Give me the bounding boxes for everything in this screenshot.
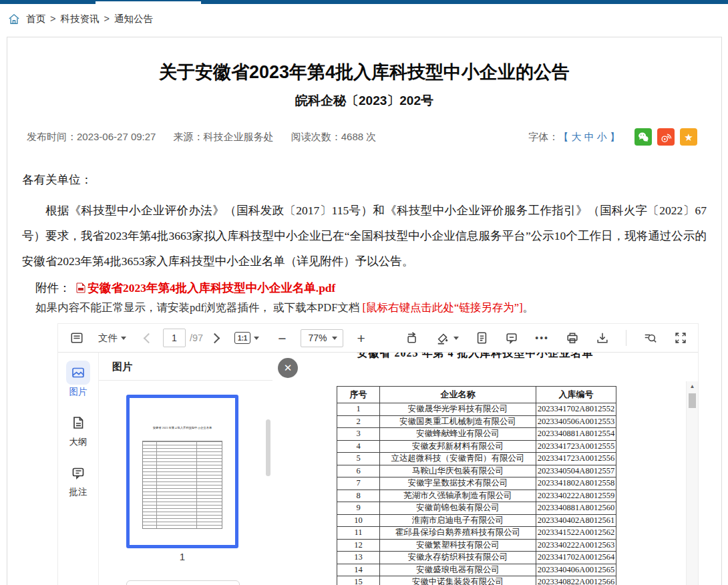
table-cell: 安徽繁塑科技有限公司 — [380, 539, 536, 552]
font-size-label: 字体： — [528, 131, 558, 144]
pdf-viewer-body: 图片 大纲 — [58, 353, 698, 585]
view-count: 阅读次数：4688 次 — [291, 131, 377, 142]
table-cell: 2023340504A8012557 — [536, 465, 616, 477]
table-cell: 2023340506A0012553 — [536, 415, 616, 428]
more-options-button[interactable]: ••• — [535, 333, 549, 343]
rotate-page-button[interactable] — [405, 331, 419, 345]
sidebar-tab-annotations[interactable]: 批注 — [58, 461, 98, 498]
image-icon — [71, 365, 85, 380]
table-row: 8芜湖市久强轴承制造有限公司2023340222A8012559 — [337, 490, 616, 502]
table-row: 3安徽蜂献蜂业有限公司2023340881A8012554 — [337, 428, 616, 441]
table-row: 14安徽盛琅电器有限公司2023340406A0012565 — [337, 564, 616, 576]
thumbnail-mini-title: 安徽省 2023 年第 4 批入库科技型中小企业名单 — [144, 425, 220, 429]
download-button[interactable] — [596, 331, 609, 345]
font-size-switcher[interactable]: 【 大 中 小 】 — [558, 131, 620, 144]
company-table: 序号企业名称入库编号 1安徽晟华光学科技有限公司2023341702A80125… — [337, 386, 616, 585]
wechat-icon — [637, 132, 649, 142]
table-header-cell: 序号 — [337, 387, 380, 403]
table-cell: 12 — [337, 539, 380, 552]
home-icon[interactable] — [8, 13, 20, 25]
breadcrumb-separator: > — [104, 13, 109, 24]
publish-time: 发布时间：2023-06-27 09:27 — [27, 131, 156, 142]
pdf-sidebar-rail: 图片 大纲 — [58, 353, 98, 585]
highlight-tool-button[interactable] — [435, 331, 459, 345]
favorite-star-icon: ★ — [684, 132, 693, 142]
thumbnail-mini-table — [142, 441, 222, 529]
table-cell: 芜湖市久强轴承制造有限公司 — [380, 490, 536, 502]
thumbnail-page-number: 1 — [126, 551, 238, 562]
print-button[interactable] — [566, 331, 579, 345]
fullscreen-button[interactable] — [674, 331, 687, 345]
table-row: 11霍邱县保珍白鹅养殖科技有限公司2023341522A0012562 — [337, 527, 616, 540]
table-cell: 2023340881A8012560 — [536, 502, 616, 515]
table-cell: 2023340222A8012559 — [536, 490, 616, 502]
thumbnail-panel-scrollbar[interactable] — [266, 419, 270, 476]
weibo-share-button[interactable] — [657, 128, 675, 146]
thumbnail-mini-column-divider — [156, 441, 157, 528]
breadcrumb: 首页 > 科技资讯 > 通知公告 — [8, 9, 153, 28]
table-row: 12安徽繁塑科技有限公司2023340222A0012563 — [337, 539, 616, 552]
zoom-out-button[interactable]: − — [278, 331, 286, 345]
table-cell: 安徽蜂献蜂业有限公司 — [380, 428, 536, 441]
article-body: 各有关单位： 根据《科技型中小企业评价办法》（国科发政〔2017〕115号）和《… — [7, 171, 721, 274]
top-nav-active-tab[interactable] — [96, 1, 201, 4]
zoom-level-value: 77% — [308, 333, 327, 343]
pdf-table-body: 1安徽晟华光学科技有限公司2023341702A80125522安徽国奥重工机械… — [337, 403, 616, 585]
table-cell: 安徽盛琅电器有限公司 — [380, 564, 536, 576]
table-cell: 3 — [337, 428, 380, 441]
table-cell: 2023341723A0012555 — [536, 440, 616, 453]
chevron-down-icon — [254, 337, 259, 340]
salutation: 各有关单位： — [22, 171, 707, 188]
next-page-button[interactable] — [210, 333, 220, 343]
close-panel-button[interactable]: ✕ — [278, 358, 298, 378]
table-cell: 5 — [337, 453, 380, 465]
save-link-as-hint[interactable]: [鼠标右键点击此处“链接另存为”] — [363, 301, 523, 314]
table-cell: 2023341723A0012556 — [536, 453, 616, 465]
page-thumbnail-1[interactable]: 安徽省 2023 年第 4 批入库科技型中小企业名单 — [126, 395, 238, 548]
breadcrumb-home[interactable]: 首页 — [26, 13, 45, 25]
search-in-document-icon[interactable] — [643, 331, 657, 345]
attachment-link[interactable]: 安徽省2023年第4批入库科技型中小企业名单.pdf — [88, 280, 336, 296]
table-cell: 安徽前锦包装有限公司 — [380, 502, 536, 515]
table-cell: 马鞍山华庆包装有限公司 — [380, 465, 536, 477]
table-cell: 8 — [337, 490, 380, 502]
table-cell: 2023340222A0012563 — [536, 539, 616, 552]
scroll-up-arrow[interactable]: ▲ — [687, 383, 698, 389]
zoom-level-select[interactable]: 77% — [301, 329, 343, 347]
zoom-in-button[interactable]: + — [357, 331, 365, 345]
previous-page-button[interactable] — [144, 333, 154, 343]
table-cell: 1 — [337, 403, 380, 416]
document-notes-button[interactable] — [476, 331, 488, 345]
page-number-input[interactable] — [163, 329, 186, 347]
table-cell: 2023341802A8012558 — [536, 477, 616, 490]
fit-1-1-icon: 1:1 — [234, 332, 250, 344]
comment-button[interactable] — [505, 331, 518, 345]
pdf-hint-end: 。 — [523, 301, 534, 314]
file-menu-button[interactable]: 文件 — [98, 332, 126, 345]
sidebar-tab-outline[interactable]: 大纲 — [58, 411, 98, 448]
table-cell: 安徽永存纺织科技有限公司 — [380, 552, 536, 564]
fit-mode-button[interactable]: 1:1 — [234, 332, 259, 344]
sidebar-tab-images[interactable]: 图片 — [58, 361, 98, 398]
table-header-cell: 企业名称 — [380, 387, 536, 403]
breadcrumb-category[interactable]: 科技资讯 — [60, 13, 99, 25]
table-row: 5立达超微科技（安徽青阳）有限公司2023341723A0012556 — [337, 453, 616, 465]
pdf-scrollbar[interactable]: ▲ — [686, 381, 698, 585]
thumbnail-panel-title: 图片 — [99, 353, 272, 381]
table-row: 4安徽友邦新材料有限公司2023341723A0012555 — [337, 440, 616, 453]
wechat-share-button[interactable] — [634, 128, 652, 146]
meta-left: 发布时间：2023-06-27 09:27 来源：科技企业服务处 阅读次数：46… — [27, 131, 391, 144]
table-row: 1安徽晟华光学科技有限公司2023341702A8012552 — [337, 403, 616, 416]
table-cell: 11 — [337, 527, 380, 540]
favorite-button[interactable]: ★ — [680, 128, 697, 146]
table-cell: 13 — [337, 552, 380, 564]
table-cell: 2 — [337, 415, 380, 428]
pdf-scrollbar-thumb[interactable] — [689, 393, 696, 408]
chevron-down-icon — [121, 337, 126, 340]
toolbar-divider — [626, 330, 626, 346]
page-thumbnail-2[interactable] — [126, 580, 240, 585]
document-number: 皖科企秘〔2023〕202号 — [7, 92, 721, 110]
sidebar-toggle-icon[interactable] — [70, 331, 83, 345]
table-cell: 14 — [337, 564, 380, 576]
table-header-cell: 入库编号 — [536, 387, 616, 403]
